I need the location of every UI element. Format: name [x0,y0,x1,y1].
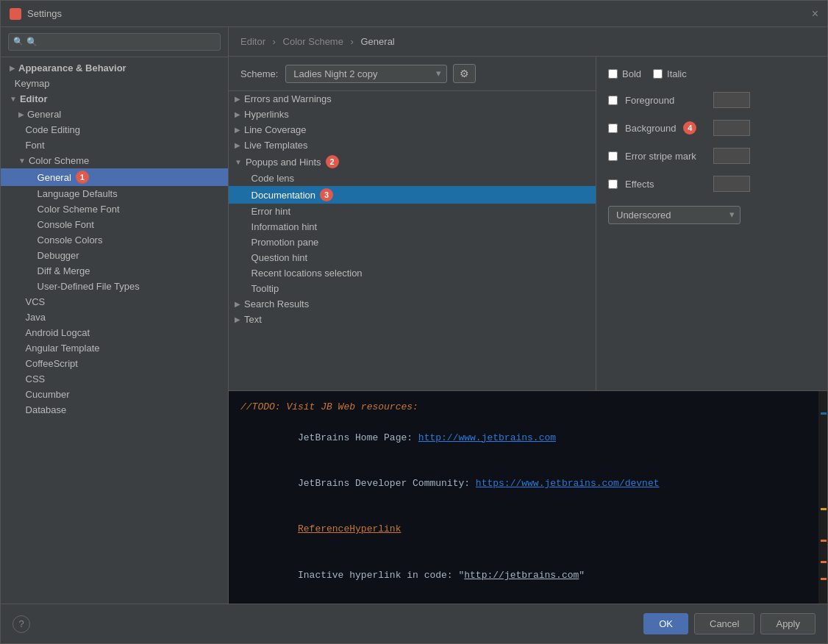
opt-item-error-hint[interactable]: Error hint [229,204,596,219]
arrow-spacer [243,191,248,199]
sidebar-item-label: User-Defined File Types [38,281,140,292]
main-body: Scheme: Ladies Night 2 copy Default Darc… [229,57,827,390]
sidebar-item-android-logcat[interactable]: Android Logcat [1,325,228,340]
sidebar-item-font[interactable]: Font [1,137,228,153]
sidebar-item-editor[interactable]: ▼ Editor [1,91,228,107]
sidebar-item-console-colors[interactable]: Console Colors [1,232,228,248]
bold-checkbox-label[interactable]: Bold [608,68,641,79]
sidebar-item-angular-template[interactable]: Angular Template [1,340,228,356]
error-stripe-checkbox[interactable] [608,151,618,161]
breadcrumb-sep-0: › [273,36,279,47]
opt-item-tooltip[interactable]: Tooltip [229,281,596,296]
opt-item-popups-hints[interactable]: ▼ Popups and Hints 2 [229,153,596,171]
opt-item-label: Documentation [251,190,315,201]
sidebar-item-general[interactable]: ▶ General [1,107,228,122]
sidebar-item-vcs[interactable]: VCS [1,294,228,310]
sidebar-item-diff-merge[interactable]: Diff & Merge [1,263,228,279]
arrow-icon: ▶ [235,315,240,323]
sidebar-item-label: General [27,109,61,120]
sidebar-item-console-font[interactable]: Console Font [1,217,228,232]
opt-item-line-coverage[interactable]: ▶ Line Coverage [229,122,596,137]
bottom-left: ? [13,615,30,633]
opt-item-errors-warnings[interactable]: ▶ Errors and Warnings [229,91,596,107]
sidebar-item-keymap[interactable]: Keymap [1,76,228,91]
sidebar-item-color-scheme-font[interactable]: Color Scheme Font [1,201,228,217]
arrow-spacer [18,375,23,383]
arrow-spacer [18,313,23,321]
opt-item-label: Live Templates [244,140,307,151]
sidebar-item-coffeescript[interactable]: CoffeeScript [1,356,228,371]
opt-item-text[interactable]: ▶ Text [229,312,596,327]
arrow-spacer [243,174,248,182]
sidebar-item-label: Code Editing [26,124,80,135]
effects-color-box[interactable] [713,176,750,192]
opt-item-recent-locations[interactable]: Recent locations selection [229,265,596,281]
background-color-box[interactable] [713,120,750,136]
opt-item-hyperlinks[interactable]: ▶ Hyperlinks [229,107,596,122]
opt-item-question-hint[interactable]: Question hint [229,250,596,265]
arrow-icon: ▶ [235,126,240,134]
italic-checkbox-label[interactable]: Italic [653,68,687,79]
ok-button[interactable]: OK [643,613,688,634]
sidebar-item-language-defaults[interactable]: Language Defaults [1,186,228,201]
badge-1: 1 [76,171,89,184]
bold-checkbox[interactable] [608,69,618,79]
effects-checkbox[interactable] [608,179,618,189]
scheme-row: Scheme: Ladies Night 2 copy Default Darc… [229,57,596,91]
opt-item-live-templates[interactable]: ▶ Live Templates [229,137,596,153]
sidebar-item-label: Appearance & Behavior [18,62,126,74]
cancel-button[interactable]: Cancel [694,613,754,634]
settings-dialog: Settings × 🔍 ▶ Appearance & Behavior [0,0,828,644]
scroll-marker-orange-1 [821,540,827,542]
search-input[interactable] [8,33,221,51]
sidebar-item-label: Console Colors [38,235,103,246]
breadcrumb-part-2: General [361,36,395,47]
sidebar-item-cucumber[interactable]: Cucumber [1,387,228,402]
effects-select-wrap: Underscored Underwaved Bordered Bold Und… [608,206,815,224]
foreground-color-box[interactable] [713,92,750,108]
scheme-select[interactable]: Ladies Night 2 copy Default Darcula High… [285,65,447,83]
apply-button[interactable]: Apply [760,613,815,634]
title-bar: Settings × [1,1,827,27]
sidebar-item-database[interactable]: Database [1,402,228,418]
sidebar-item-java[interactable]: Java [1,310,228,325]
error-stripe-label: Error stripe mark [625,151,706,162]
italic-label: Italic [667,68,687,79]
opt-item-promotion-pane[interactable]: Promotion pane [229,235,596,250]
sidebar-item-general-sub[interactable]: General 1 [1,168,228,186]
help-button[interactable]: ? [13,615,30,633]
content-area: 🔍 ▶ Appearance & Behavior Keymap ▼ [1,27,827,604]
preview-link-1: https://www.jetbrains.com/devnet [476,478,660,489]
sidebar-item-appearance[interactable]: ▶ Appearance & Behavior [1,60,228,76]
scroll-marker-blue [821,412,827,415]
bold-italic-row: Bold Italic [608,65,815,82]
sidebar-item-label: Language Defaults [38,188,118,199]
foreground-checkbox[interactable] [608,96,618,105]
preview-text: " [579,570,585,581]
arrow-spacer [18,329,23,337]
opt-item-documentation[interactable]: Documentation 3 [229,186,596,204]
error-stripe-color-box[interactable] [713,148,750,164]
arrow-spacer [30,221,35,229]
sidebar-item-label: Console Font [38,219,94,230]
background-checkbox[interactable] [608,124,618,133]
sidebar-item-color-scheme[interactable]: ▼ Color Scheme [1,153,228,168]
sidebar-item-label: VCS [26,296,46,307]
effects-select[interactable]: Underscored Underwaved Bordered Bold Und… [608,206,740,224]
sidebar-item-code-editing[interactable]: Code Editing [1,122,228,137]
opt-item-search-results[interactable]: ▶ Search Results [229,296,596,312]
sidebar-item-label: Database [26,404,67,415]
badge-2: 2 [326,155,339,168]
preview-scrollbar[interactable] [818,391,827,604]
arrow-spacer [243,223,248,231]
scheme-gear-button[interactable]: ⚙ [453,64,476,83]
sidebar-item-user-defined[interactable]: User-Defined File Types [1,279,228,294]
arrow-spacer [243,254,248,262]
preview-ref-link: ReferenceHyperlink [298,523,401,534]
sidebar-item-debugger[interactable]: Debugger [1,248,228,263]
italic-checkbox[interactable] [653,69,663,79]
sidebar-item-css[interactable]: CSS [1,371,228,387]
opt-item-information-hint[interactable]: Information hint [229,219,596,235]
opt-item-code-lens[interactable]: Code lens [229,171,596,186]
close-button[interactable]: × [812,7,818,21]
